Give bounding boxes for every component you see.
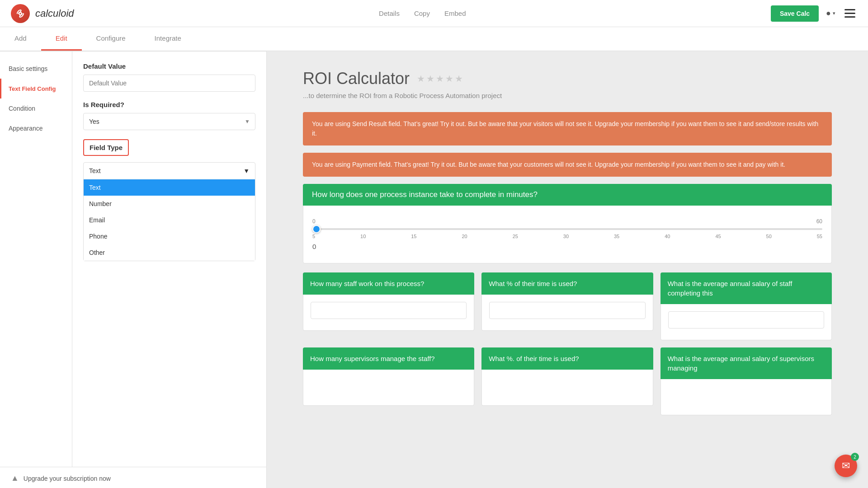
upgrade-label: Upgrade your subscription now	[24, 475, 111, 482]
preview-title-area: ROI Calculator ★ ★ ★ ★ ★	[303, 69, 832, 88]
star-2[interactable]: ★	[426, 73, 434, 84]
user-dropdown-icon: ▾	[833, 10, 835, 16]
slider-max-label: 60	[816, 218, 822, 225]
default-value-input[interactable]	[83, 75, 255, 92]
alert-send-result: You are using Send Result field. That’s …	[303, 112, 832, 145]
alert-payment: You are using Payment field. That’s grea…	[303, 153, 832, 177]
col-card-6: What is the average annual salary of sup…	[660, 347, 832, 415]
col-header-5: What %. of their time is used?	[481, 347, 653, 370]
slider-track[interactable]	[312, 228, 822, 230]
upgrade-icon: ▲	[11, 474, 19, 483]
tab-add[interactable]: Add	[0, 27, 41, 51]
slider-min-label: 0	[312, 218, 316, 225]
logo-area: calculoid	[11, 4, 74, 23]
preview-subtitle: ...to determine the ROI from a Robotic P…	[303, 92, 832, 99]
grid-row-1: How many staff work on this process? Wha…	[303, 272, 832, 340]
slider-ticks: 5 10 15 20 25 30 35 40 45 50 55	[312, 234, 822, 239]
save-calc-button[interactable]: Save Calc	[771, 5, 819, 22]
user-menu-button[interactable]: ● ▾	[826, 9, 835, 18]
field-type-label-box: Field Type	[83, 139, 129, 156]
col-card-1: How many staff work on this process?	[303, 272, 474, 340]
logo-text: calculoid	[35, 8, 74, 19]
dropdown-option-other[interactable]: Other	[84, 244, 255, 261]
is-required-label: Is Required?	[83, 101, 255, 108]
slider-thumb[interactable]	[312, 225, 321, 233]
logo-icon	[11, 4, 30, 23]
col-body-5	[481, 370, 653, 406]
editor-wrapper: Basic settings Text Field Config Conditi…	[0, 51, 266, 467]
user-avatar-icon: ●	[826, 9, 831, 18]
sidebar-item-text-field-config[interactable]: Text Field Config	[0, 79, 72, 99]
col-header-2: What % of their time is used?	[481, 272, 653, 295]
col-header-3: What is the average annual salary of sta…	[660, 272, 832, 304]
sidebar-item-appearance[interactable]: Appearance	[0, 118, 72, 138]
nav-copy[interactable]: Copy	[414, 9, 430, 17]
col-card-3: What is the average annual salary of sta…	[660, 272, 832, 340]
default-value-label: Default Value	[83, 62, 255, 70]
slider-question-block: How long does one process instance take …	[303, 184, 832, 263]
dropdown-arrow-icon: ▼	[243, 167, 250, 174]
nav-details[interactable]: Details	[379, 9, 400, 17]
slider-container: 0 60 5 10 15 20 25 30 35 40	[312, 215, 822, 254]
col-body-6	[660, 379, 832, 415]
tab-edit[interactable]: Edit	[41, 27, 82, 51]
chat-bubble-button[interactable]: ✉ 2	[835, 455, 857, 477]
header-nav: Details Copy Embed	[379, 9, 466, 17]
col-body-1	[303, 295, 474, 331]
stars-rating[interactable]: ★ ★ ★ ★ ★	[417, 73, 463, 84]
preview-title-text: ROI Calculator	[303, 69, 410, 88]
nav-embed[interactable]: Embed	[444, 9, 466, 17]
star-5[interactable]: ★	[455, 73, 463, 84]
slider-question-body: 0 60 5 10 15 20 25 30 35 40	[303, 206, 832, 263]
sidebar-item-basic-settings[interactable]: Basic settings	[0, 59, 72, 79]
slider-value-display: 0	[312, 243, 822, 250]
dropdown-option-text[interactable]: Text	[84, 179, 255, 196]
col-header-6: What is the average annual salary of sup…	[660, 347, 832, 379]
content-area: Default Value Is Required? Yes No ▼ Fiel…	[72, 52, 266, 467]
chat-badge: 2	[851, 453, 859, 461]
header-right: Save Calc ● ▾	[771, 5, 857, 22]
col-body-3	[660, 304, 832, 340]
col-body-2	[481, 295, 653, 331]
col-header-1: How many staff work on this process?	[303, 272, 474, 295]
is-required-select[interactable]: Yes No	[83, 113, 255, 130]
star-1[interactable]: ★	[417, 73, 425, 84]
dropdown-list: Text Number Email Phone Other	[84, 179, 255, 261]
slider-question-header: How long does one process instance take …	[303, 184, 832, 206]
col-input-2[interactable]	[489, 302, 645, 319]
field-type-dropdown[interactable]: Text ▼ Text Number Email Phone Other	[83, 162, 255, 261]
dropdown-selected-text[interactable]: Text ▼	[84, 163, 255, 179]
col-input-3[interactable]	[668, 311, 824, 328]
star-3[interactable]: ★	[436, 73, 444, 84]
upgrade-bar[interactable]: ▲ Upgrade your subscription now	[0, 467, 266, 488]
col-header-4: How many supervisors manage the staff?	[303, 347, 474, 370]
app-header: calculoid Details Copy Embed Save Calc ●…	[0, 0, 868, 27]
dropdown-option-number[interactable]: Number	[84, 196, 255, 212]
col-card-4: How many supervisors manage the staff?	[303, 347, 474, 415]
preview-panel: ROI Calculator ★ ★ ★ ★ ★ ...to determine…	[267, 51, 868, 488]
hamburger-button[interactable]	[843, 7, 857, 19]
col-card-5: What %. of their time is used?	[481, 347, 653, 415]
main-layout: Basic settings Text Field Config Conditi…	[0, 51, 868, 488]
left-panel: Basic settings Text Field Config Conditi…	[0, 51, 267, 488]
col-input-1[interactable]	[311, 302, 467, 319]
dropdown-option-email[interactable]: Email	[84, 212, 255, 228]
tab-integrate[interactable]: Integrate	[140, 27, 196, 51]
slider-min-max-labels: 0 60	[312, 218, 822, 225]
grid-row-2: How many supervisors manage the staff? W…	[303, 347, 832, 415]
tab-configure[interactable]: Configure	[82, 27, 140, 51]
col-body-4	[303, 370, 474, 406]
chat-icon: ✉	[842, 460, 850, 472]
star-4[interactable]: ★	[445, 73, 453, 84]
col-card-2: What % of their time is used?	[481, 272, 653, 340]
main-tabs: Add Edit Configure Integrate	[0, 27, 868, 51]
dropdown-option-phone[interactable]: Phone	[84, 228, 255, 244]
is-required-select-wrapper: Yes No ▼	[83, 113, 255, 130]
sidebar: Basic settings Text Field Config Conditi…	[0, 52, 72, 467]
sidebar-item-condition[interactable]: Condition	[0, 99, 72, 118]
